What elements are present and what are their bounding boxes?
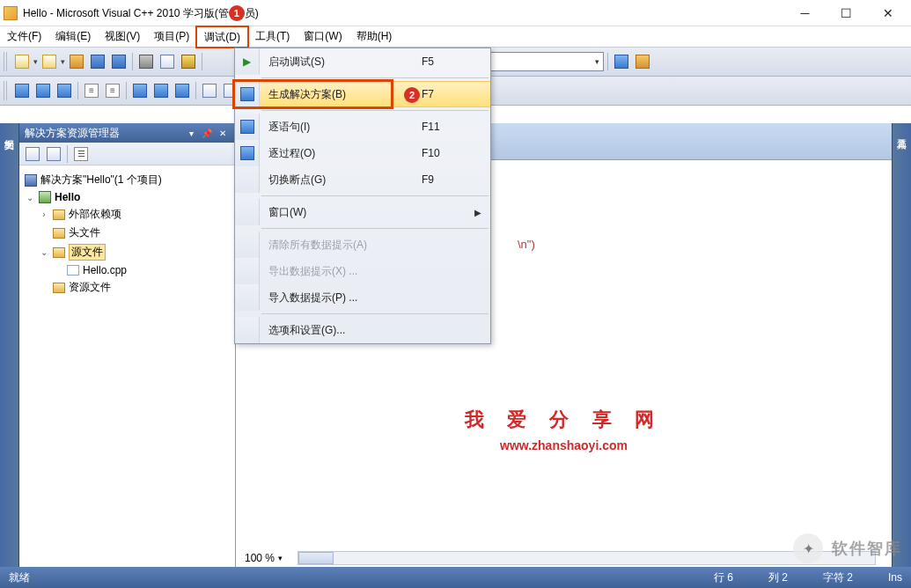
dd-clear-tips: 清除所有数据提示(A)	[235, 232, 490, 258]
window-buttons: ─ ☐ ✕	[785, 1, 907, 26]
step-into-icon	[240, 120, 254, 134]
tb2-btn-9[interactable]	[200, 81, 219, 100]
dd-label: 逐语句(I)	[260, 120, 422, 135]
solution-node[interactable]: 解决方案"Hello"(1 个项目)	[25, 171, 231, 189]
paste-button[interactable]	[179, 52, 198, 71]
sources-label: 源文件	[69, 244, 106, 261]
zoom-combo[interactable]: 100 %▾	[245, 552, 283, 564]
folder-icon	[53, 283, 65, 293]
status-char: 字符 2	[823, 570, 853, 585]
cut-button[interactable]	[136, 52, 156, 71]
tb2-btn-6[interactable]	[130, 81, 150, 100]
status-ins: Ins	[888, 571, 902, 584]
menu-help[interactable]: 帮助(H)	[349, 26, 400, 47]
tb2-btn-7[interactable]	[151, 81, 171, 100]
annotation-2: 2	[404, 87, 420, 103]
open-button[interactable]	[67, 52, 86, 71]
folder-icon	[53, 247, 65, 258]
debug-menu-dropdown: ▶ 启动调试(S) F5 生成解决方案(B) 2 F7 逐语句(I) F11 逐…	[234, 48, 491, 344]
tb2-btn-3[interactable]	[55, 81, 74, 100]
corner-watermark: ✦ 软件智库	[793, 533, 902, 563]
dd-import-tips[interactable]: 导入数据提示(P) ...	[235, 284, 490, 311]
side-tab-right[interactable]: 工具箱	[892, 123, 911, 567]
menu-tools[interactable]: 工具(T)	[248, 26, 297, 47]
grip-icon	[4, 52, 9, 71]
save-button[interactable]	[88, 52, 107, 71]
dd-toggle-bp[interactable]: 切换断点(G) F9	[235, 166, 490, 193]
menu-file[interactable]: 文件(F)	[0, 26, 48, 47]
expander-icon[interactable]: ›	[39, 209, 49, 219]
pin-icon[interactable]: 📌	[200, 126, 214, 140]
tb2-btn-8[interactable]	[173, 81, 192, 100]
title-suffix: 员)	[245, 7, 259, 19]
dd-step-into[interactable]: 逐语句(I) F11	[235, 114, 490, 140]
code-fragment: \n")	[518, 238, 535, 251]
props-button[interactable]	[633, 52, 652, 71]
save-all-button[interactable]	[109, 52, 129, 71]
dd-shortcut: F10	[422, 147, 474, 159]
project-node[interactable]: ⌄Hello	[25, 189, 231, 205]
dd-export-tips: 导出数据提示(X) ...	[235, 258, 490, 284]
ext-deps-node[interactable]: ›外部依赖项	[39, 205, 231, 224]
find-button[interactable]	[612, 52, 631, 71]
play-icon: ▶	[243, 55, 251, 68]
menu-view[interactable]: 视图(V)	[98, 26, 147, 47]
solution-explorer: 解决方案资源管理器 ▾ 📌 ✕ ☰ 解决方案"Hello"(1 个项目) ⌄He…	[19, 123, 236, 567]
watermark-line2: www.zhanshaoyi.com	[236, 438, 892, 452]
dd-label: 窗口(W)	[260, 205, 422, 220]
panel-tool-1[interactable]	[23, 144, 42, 164]
dd-build-solution[interactable]: 生成解决方案(B) 2 F7	[235, 81, 490, 107]
tb2-btn-4[interactable]: ≡	[82, 81, 101, 100]
maximize-button[interactable]: ☐	[827, 1, 866, 26]
statusbar: 就绪 行 6 列 2 字符 2 Ins	[0, 567, 911, 588]
project-icon	[39, 191, 51, 203]
panel-close-icon[interactable]: ✕	[216, 126, 230, 140]
menu-debug[interactable]: 调试(D)	[196, 26, 248, 47]
solution-tree[interactable]: 解决方案"Hello"(1 个项目) ⌄Hello ›外部依赖项 头文件 ⌄源文…	[19, 165, 235, 567]
menu-edit[interactable]: 编辑(E)	[48, 26, 98, 47]
new-project-button[interactable]	[12, 52, 32, 71]
panel-tool-3[interactable]: ☰	[71, 144, 91, 164]
source-file-node[interactable]: Hello.cpp	[53, 262, 231, 278]
solution-label: 解决方案"Hello"(1 个项目)	[40, 173, 162, 187]
menu-window[interactable]: 窗口(W)	[297, 26, 349, 47]
dd-shortcut: F9	[422, 173, 474, 186]
panel-dropdown-icon[interactable]: ▾	[184, 126, 198, 140]
h-scrollbar[interactable]	[298, 551, 876, 565]
expander-icon[interactable]: ⌄	[25, 193, 35, 202]
dd-label: 生成解决方案(B)	[260, 87, 422, 102]
copy-button[interactable]	[158, 52, 177, 71]
title-prefix: Hello - Microsoft Visual C++ 2010 学习版(管	[23, 7, 229, 19]
dd-label: 导入数据提示(P) ...	[260, 290, 422, 305]
headers-node[interactable]: 头文件	[39, 224, 231, 242]
resources-node[interactable]: 资源文件	[39, 278, 231, 297]
sources-node[interactable]: ⌄源文件	[39, 242, 231, 262]
minimize-button[interactable]: ─	[785, 1, 825, 26]
titlebar[interactable]: Hello - Microsoft Visual C++ 2010 学习版(管1…	[0, 0, 911, 26]
scrollbar-thumb[interactable]	[298, 552, 334, 564]
watermark-line1: 我 爱 分 享 网	[236, 407, 892, 433]
expander-icon[interactable]: ⌄	[39, 247, 49, 257]
panel-tool-2[interactable]	[44, 144, 63, 164]
watermark: 我 爱 分 享 网 www.zhanshaoyi.com	[236, 407, 892, 452]
solution-icon	[25, 174, 37, 187]
status-col: 列 2	[768, 570, 788, 585]
dd-label: 清除所有数据提示(A)	[260, 238, 422, 253]
tb2-btn-1[interactable]	[12, 81, 32, 100]
tb2-btn-2[interactable]	[33, 81, 53, 100]
side-tab-left[interactable]: 文档大纲	[0, 123, 19, 567]
dd-start-debug[interactable]: ▶ 启动调试(S) F5	[235, 48, 490, 75]
tb2-btn-5[interactable]: ≡	[103, 81, 122, 100]
dd-windows[interactable]: 窗口(W) ▶	[235, 199, 490, 225]
folder-icon	[53, 228, 65, 239]
wechat-icon: ✦	[793, 533, 823, 563]
headers-label: 头文件	[69, 225, 100, 240]
dd-options[interactable]: 选项和设置(G)...	[235, 317, 490, 343]
menubar: 文件(F) 编辑(E) 视图(V) 项目(P) 调试(D) 工具(T) 窗口(W…	[0, 26, 911, 48]
menu-project[interactable]: 项目(P)	[147, 26, 196, 47]
dd-step-over[interactable]: 逐过程(O) F10	[235, 140, 490, 166]
close-button[interactable]: ✕	[868, 1, 907, 26]
add-item-button[interactable]	[40, 52, 59, 71]
cpp-file-icon	[67, 265, 79, 276]
panel-header[interactable]: 解决方案资源管理器 ▾ 📌 ✕	[19, 123, 235, 143]
